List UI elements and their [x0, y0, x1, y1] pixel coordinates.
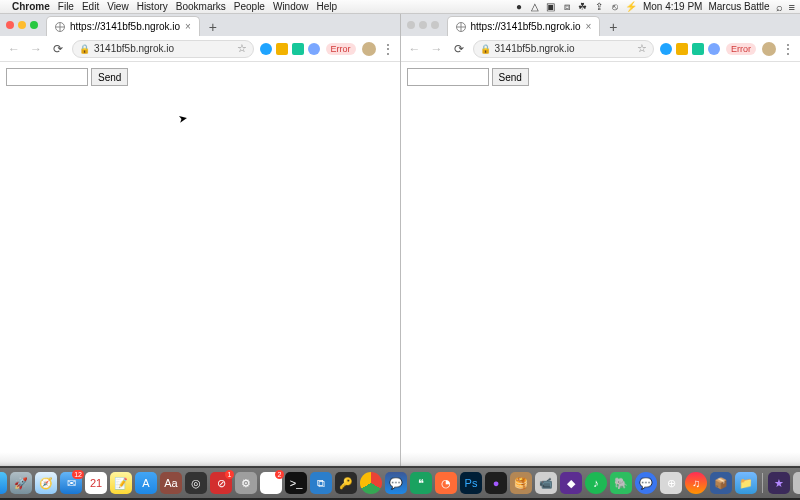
dropbox-icon[interactable]: ⧈: [561, 1, 573, 13]
forward-button[interactable]: →: [429, 41, 445, 57]
page-shadow: [401, 452, 801, 466]
status-dot-icon[interactable]: ●: [513, 1, 525, 13]
menu-history[interactable]: History: [137, 1, 168, 12]
chrome-menu-button[interactable]: ⋮: [382, 42, 394, 56]
error-badge[interactable]: Error: [726, 43, 756, 55]
menubar-user[interactable]: Marcus Battle: [708, 1, 769, 12]
status-tri-icon[interactable]: △: [529, 1, 541, 13]
zoom-window-button[interactable]: [431, 21, 439, 29]
menubar-clock[interactable]: Mon 4:19 PM: [643, 1, 702, 12]
dock-affinity-icon[interactable]: ◆: [560, 472, 582, 494]
profile-avatar[interactable]: [362, 42, 376, 56]
message-input[interactable]: [6, 68, 88, 86]
dock-terminal-icon[interactable]: >_: [285, 472, 307, 494]
evernote-menu-icon[interactable]: ☘: [577, 1, 589, 13]
page-shadow: [0, 452, 400, 466]
dock-virtualbox-icon[interactable]: 📦: [710, 472, 732, 494]
status-square-icon[interactable]: ▣: [545, 1, 557, 13]
yellow-ext[interactable]: [276, 43, 288, 55]
battery-icon[interactable]: ⚡: [625, 1, 637, 13]
menu-view[interactable]: View: [107, 1, 129, 12]
menu-people[interactable]: People: [234, 1, 265, 12]
new-tab-button[interactable]: +: [604, 18, 622, 36]
dock-photoshop-icon[interactable]: Ps: [460, 472, 482, 494]
dock-launchpad-icon[interactable]: 🚀: [10, 472, 32, 494]
dock-trash-icon[interactable]: 🗑: [793, 472, 800, 494]
reload-button[interactable]: ⟳: [451, 41, 467, 57]
dock-notes-icon[interactable]: 📝: [110, 472, 132, 494]
mouse-cursor-icon: ➤: [177, 111, 188, 125]
browser-tab[interactable]: https://3141bf5b.ngrok.io ×: [46, 16, 200, 36]
dock-messenger-icon[interactable]: 💬: [385, 472, 407, 494]
profile-avatar[interactable]: [762, 42, 776, 56]
dock-mail-icon[interactable]: ✉12: [60, 472, 82, 494]
dock-hangouts-icon[interactable]: ❝: [410, 472, 432, 494]
dock-zoom2-icon[interactable]: ⊕: [660, 472, 682, 494]
teal-ext[interactable]: [292, 43, 304, 55]
dock-slack-icon[interactable]: ❖2: [260, 472, 282, 494]
browser-tab[interactable]: https://3141bf5b.ngrok.io ×: [447, 16, 601, 36]
dock-itunes-icon[interactable]: ♫: [685, 472, 707, 494]
info-ext[interactable]: [308, 43, 320, 55]
dock-settings-icon[interactable]: ⚙: [235, 472, 257, 494]
close-tab-button[interactable]: ×: [185, 21, 191, 32]
back-button[interactable]: ←: [6, 41, 22, 57]
address-bar[interactable]: 🔒 3141bf5b.ngrok.io ☆: [473, 40, 655, 58]
bookmark-star-icon[interactable]: ☆: [237, 42, 247, 55]
send-button[interactable]: Send: [492, 68, 529, 86]
back-button[interactable]: ←: [407, 41, 423, 57]
zoom-window-button[interactable]: [30, 21, 38, 29]
dock-activity-icon[interactable]: ◎: [185, 472, 207, 494]
dock-finder-icon[interactable]: ☺: [0, 472, 7, 494]
dock-1password-icon[interactable]: 🔑: [335, 472, 357, 494]
close-window-button[interactable]: [6, 21, 14, 29]
menu-edit[interactable]: Edit: [82, 1, 99, 12]
menu-window[interactable]: Window: [273, 1, 309, 12]
dock-spotify-icon[interactable]: ♪: [585, 472, 607, 494]
notification-center-icon[interactable]: ≡: [789, 1, 794, 13]
dock-appstore-icon[interactable]: A: [135, 472, 157, 494]
dock-signal-icon[interactable]: 💬: [635, 472, 657, 494]
minimize-window-button[interactable]: [419, 21, 427, 29]
dock-chrome-icon[interactable]: [360, 472, 382, 494]
bluetooth-icon[interactable]: ⎋: [609, 1, 621, 13]
chrome-menu-button[interactable]: ⋮: [782, 42, 794, 56]
dock-imovie-icon[interactable]: ★: [768, 472, 790, 494]
close-window-button[interactable]: [407, 21, 415, 29]
menu-file[interactable]: File: [58, 1, 74, 12]
page-content: Send: [401, 62, 801, 466]
dock-figma-icon[interactable]: ●: [485, 472, 507, 494]
send-button[interactable]: Send: [91, 68, 128, 86]
reload-button[interactable]: ⟳: [50, 41, 66, 57]
dock-vscode-icon[interactable]: ⧉: [310, 472, 332, 494]
yellow-ext[interactable]: [676, 43, 688, 55]
dock-sequel-icon[interactable]: 🥞: [510, 472, 532, 494]
opera-icon[interactable]: [260, 43, 272, 55]
dock-evernote-icon[interactable]: 🐘: [610, 472, 632, 494]
dock-postman-icon[interactable]: ◔: [435, 472, 457, 494]
teal-ext[interactable]: [692, 43, 704, 55]
dock-dictionary-icon[interactable]: Aa: [160, 472, 182, 494]
dock-stop-icon[interactable]: ⊘1: [210, 472, 232, 494]
window-controls: [6, 14, 38, 36]
wifi-icon[interactable]: ⇪: [593, 1, 605, 13]
opera-icon[interactable]: [660, 43, 672, 55]
menu-bookmarks[interactable]: Bookmarks: [176, 1, 226, 12]
menu-help[interactable]: Help: [317, 1, 338, 12]
new-tab-button[interactable]: +: [204, 18, 222, 36]
minimize-window-button[interactable]: [18, 21, 26, 29]
app-menu[interactable]: Chrome: [12, 1, 50, 12]
error-badge[interactable]: Error: [326, 43, 356, 55]
close-tab-button[interactable]: ×: [586, 21, 592, 32]
address-bar[interactable]: 🔒 3141bf5b.ngrok.io ☆: [72, 40, 254, 58]
bookmark-star-icon[interactable]: ☆: [637, 42, 647, 55]
spotlight-icon[interactable]: ⌕: [776, 1, 783, 13]
info-ext[interactable]: [708, 43, 720, 55]
message-input[interactable]: [407, 68, 489, 86]
dock-safari-icon[interactable]: 🧭: [35, 472, 57, 494]
forward-button[interactable]: →: [28, 41, 44, 57]
dock-zoom-icon[interactable]: 📹: [535, 472, 557, 494]
dock-calendar-icon[interactable]: 21: [85, 472, 107, 494]
dock-folder-icon[interactable]: 📁: [735, 472, 757, 494]
dock-badge: 1: [225, 470, 234, 479]
